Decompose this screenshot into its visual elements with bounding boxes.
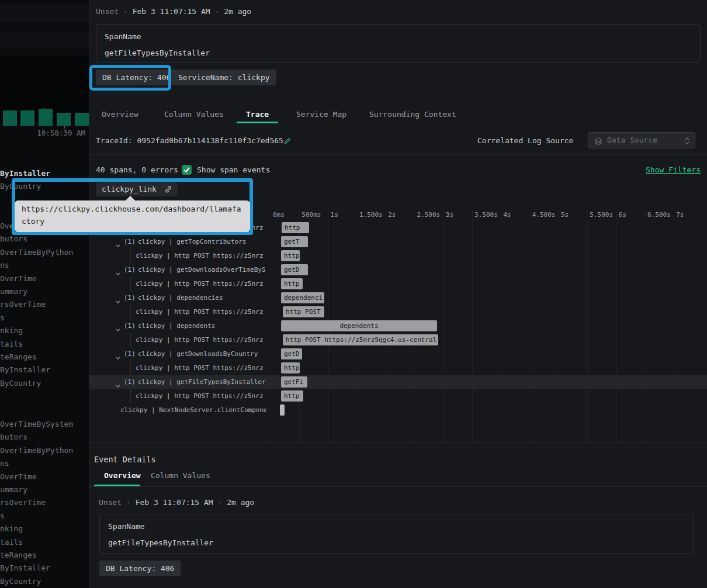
check-icon (182, 165, 192, 175)
link-icon (165, 184, 172, 198)
edit-pencil-icon[interactable] (283, 136, 292, 147)
service-name-badge[interactable]: ServiceName: clickpy (172, 70, 276, 85)
ed-tab-column-values[interactable]: Column Values (151, 471, 210, 480)
span-row[interactable]: clickpy | http POST https://z5nrzhttp (89, 361, 707, 375)
sidebar-item[interactable]: OverTimeByPython (0, 445, 89, 456)
show-span-events-label[interactable]: Show span events (197, 165, 270, 174)
axis-tick-label: 5s (561, 211, 569, 219)
sidebar-item[interactable]: OverTime (0, 273, 89, 285)
span-row-name: (1)clickpy | getDownloadsByCountry (89, 347, 266, 361)
sidebar-item[interactable]: ByInstaller (0, 562, 89, 574)
tree-guide-line (130, 389, 131, 403)
span-bar[interactable]: http (281, 278, 303, 289)
sidebar-item[interactable]: s (0, 510, 89, 522)
span-label: clickpy | http POST https://z5nrz (136, 361, 264, 375)
sidebar-item[interactable]: tails (0, 338, 89, 350)
span-row-name: (1)clickpy | getTopContributors (89, 235, 266, 249)
axis-tick-label: 4.500s (532, 211, 556, 219)
db-latency-badge[interactable]: DB Latency: 406 (96, 70, 177, 85)
sidebar-item[interactable]: ByCountry (0, 181, 89, 192)
span-row[interactable]: clickpy | http POST https://z5nrzhttp (89, 389, 707, 403)
chevron-down-icon[interactable] (115, 268, 121, 277)
span-bar[interactable]: http (281, 362, 300, 373)
tab-service-map[interactable]: Service Map (296, 109, 346, 120)
sidebar-item[interactable]: nking (0, 523, 89, 535)
span-row[interactable]: clickpy | http POST https://z5nrzhttp (89, 277, 707, 291)
tabbar-border (89, 123, 707, 123)
chevron-down-icon[interactable] (115, 296, 121, 305)
span-bar[interactable]: dependents (281, 320, 437, 331)
link-url-tooltip: https://clickpy.clickhouse.com/dashboard… (15, 200, 250, 232)
sidebar-item[interactable]: ByInstaller (0, 364, 89, 376)
span-row[interactable]: (1)clickpy | dependentsdependents (89, 319, 707, 333)
span-bar[interactable]: http (281, 390, 303, 402)
sidebar-item[interactable]: OverTimeByPython (0, 247, 89, 258)
tab-surrounding-context[interactable]: Surrounding Context (369, 109, 456, 120)
span-row[interactable]: (1)clickpy | getFileTypesByInstallergetF… (89, 375, 707, 389)
span-row[interactable]: clickpy | http POST https://z5nrzhttp PO… (89, 305, 707, 319)
span-name-value: getFileTypesByInstaller (105, 49, 210, 57)
tab-trace[interactable]: Trace (246, 109, 269, 120)
spans-summary: 40 spans, 0 errors (96, 165, 178, 174)
chevron-down-icon[interactable] (115, 352, 121, 361)
span-row[interactable]: clickpy | http POST https://z5nrzhttp PO… (89, 333, 707, 347)
sidebar-item[interactable]: ummary (0, 484, 89, 496)
sidebar-item[interactable]: butors (0, 233, 89, 245)
span-bar[interactable]: getT (281, 236, 308, 247)
sidebar-item[interactable]: ByCountry (0, 576, 89, 587)
tab-column-values[interactable]: Column Values (164, 109, 224, 120)
ed-db-latency-badge[interactable]: DB Latency: 406 (99, 561, 181, 576)
span-bar[interactable]: http (281, 250, 300, 261)
sidebar-item[interactable]: teRanges (0, 351, 89, 363)
span-child-count: (1) (124, 347, 136, 361)
span-bar[interactable]: http POST https://z5nrz9qgc4.us-central (283, 334, 438, 345)
span-row[interactable]: clickpy | NextNodeServer.clientCompone (89, 403, 707, 417)
sidebar-item[interactable]: tails (0, 537, 89, 548)
clickpy-link-chip[interactable]: clickpy_link (96, 182, 178, 196)
tab-overview[interactable]: Overview (102, 109, 138, 120)
ed-tabbar-border (89, 486, 707, 487)
span-row[interactable]: clickpy | http POST https://z5nrzhttp (89, 249, 707, 263)
data-source-placeholder: Data Source (607, 136, 657, 144)
sidebar-item[interactable]: ns (0, 260, 89, 271)
tree-guide-line (130, 333, 131, 347)
span-row[interactable]: (1)clickpy | getDownloadsOverTimeBySgetD (89, 263, 707, 277)
span-bar[interactable] (280, 404, 285, 416)
span-bar[interactable]: getFi (281, 376, 307, 388)
sidebar-item[interactable]: rsOverTime (0, 299, 89, 310)
data-source-select[interactable]: Data Source (588, 132, 695, 148)
span-child-count: (1) (124, 263, 136, 277)
trace-detail-panel: Unset · Feb 3 11:07:15 AM · 2m ago SpanN… (89, 0, 707, 588)
sidebar-item[interactable]: teRanges (0, 549, 89, 561)
sidebar-item[interactable]: ns (0, 458, 89, 469)
span-bar[interactable]: http POST (283, 306, 324, 317)
span-row-name: clickpy | http POST https://z5nrz (89, 333, 266, 347)
chart-bar (20, 110, 34, 126)
span-bar[interactable]: getD (281, 348, 302, 359)
sidebar-item[interactable]: OverTimeBySystem (0, 418, 89, 430)
event-details-title: Event Details (94, 455, 156, 464)
span-bar[interactable]: getD (281, 264, 308, 275)
span-bar[interactable]: dependenci (281, 292, 324, 303)
chevron-down-icon[interactable] (115, 324, 121, 333)
chevron-down-icon[interactable] (115, 380, 121, 389)
sidebar-item[interactable]: ByInstaller (0, 168, 89, 179)
sidebar-row-stripe (0, 31, 89, 49)
span-bar[interactable]: http (282, 222, 309, 233)
sidebar-item[interactable]: OverTime (0, 471, 89, 483)
sidebar-item[interactable]: ummary (0, 286, 89, 298)
span-label: clickpy | NextNodeServer.clientCompone (120, 403, 266, 417)
sidebar-item[interactable]: nking (0, 325, 89, 337)
chevron-down-icon[interactable] (115, 240, 121, 249)
ed-tab-overview[interactable]: Overview (104, 471, 141, 480)
ed-span-name-card: SpanName getFileTypesByInstaller (99, 514, 694, 554)
sidebar-item[interactable]: s (0, 312, 89, 324)
sidebar-item[interactable]: ByCountry (0, 378, 89, 389)
sidebar-item[interactable]: rsOverTime (0, 497, 89, 509)
span-row[interactable]: (1)clickpy | getDownloadsByCountrygetD (89, 347, 707, 361)
show-filters-link[interactable]: Show Filters (646, 165, 701, 174)
span-row[interactable]: (1)clickpy | dependenciesdependenci (89, 291, 707, 305)
sidebar-item[interactable]: butors (0, 431, 89, 443)
span-row[interactable]: (1)clickpy | getTopContributorsgetT (89, 235, 707, 249)
show-span-events-checkbox[interactable] (182, 165, 192, 175)
